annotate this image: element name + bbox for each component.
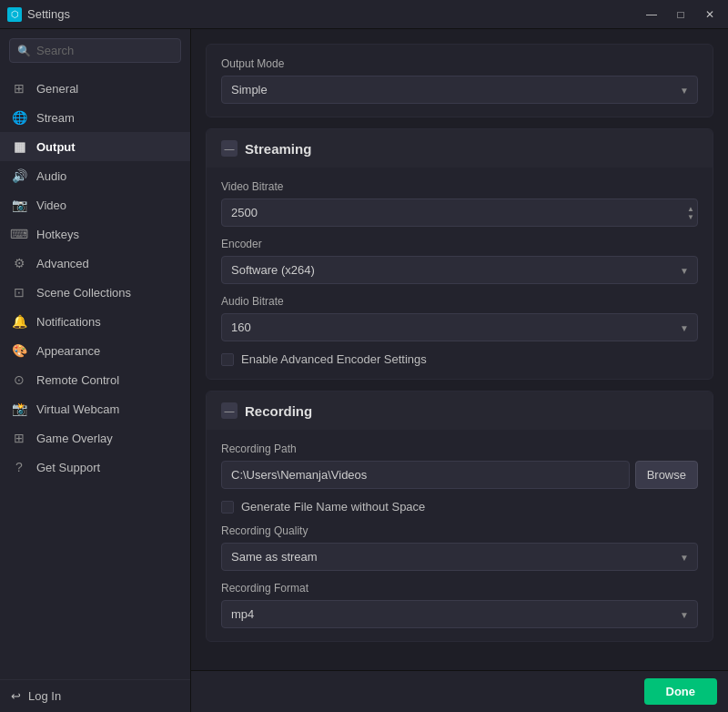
sidebar-label-notifications: Notifications (36, 315, 101, 329)
sidebar-item-stream[interactable]: 🌐 Stream (0, 103, 190, 132)
encoder-label: Encoder (221, 238, 698, 250)
sidebar-label-appearance: Appearance (36, 344, 100, 358)
recording-quality-label: Recording Quality (221, 524, 698, 537)
recording-path-row: Browse (221, 461, 698, 489)
recording-format-select[interactable]: mp4 mkv mov ts m3u8 flv (221, 600, 698, 628)
recording-format-field: Recording Format mp4 mkv mov ts m3u8 flv… (221, 582, 698, 628)
close-button[interactable]: ✕ (699, 5, 721, 24)
sidebar-label-video: Video (36, 198, 66, 212)
app-container: 🔍 ⊞ General 🌐 Stream ▦ Output 🔊 Audio (0, 29, 728, 712)
recording-quality-select[interactable]: Same as stream High Quality, Medium File… (221, 543, 698, 571)
search-container: 🔍 (0, 29, 190, 70)
video-bitrate-wrap: ▲ ▼ (221, 198, 698, 227)
sidebar-item-general[interactable]: ⊞ General (0, 74, 190, 103)
audio-bitrate-label: Audio Bitrate (221, 295, 698, 308)
video-bitrate-down-icon[interactable]: ▼ (687, 213, 694, 220)
recording-body: Recording Path Browse Generate File Name… (207, 430, 713, 641)
sidebar-item-output[interactable]: ▦ Output (0, 132, 190, 161)
stream-icon: 🌐 (11, 109, 27, 126)
maximize-button[interactable]: □ (670, 5, 692, 24)
sidebar-label-advanced: Advanced (36, 257, 89, 270)
sidebar-item-get-support[interactable]: ? Get Support (0, 453, 190, 482)
output-mode-card: Output Mode Simple Advanced ▼ (206, 44, 713, 117)
streaming-title: Streaming (245, 141, 311, 157)
login-icon: ↩ (11, 689, 21, 703)
search-wrap[interactable]: 🔍 (9, 38, 181, 63)
audio-icon: 🔊 (11, 168, 27, 184)
sidebar-label-game-overlay: Game Overlay (36, 432, 113, 445)
sidebar-item-remote-control[interactable]: ⊙ Remote Control (0, 365, 190, 394)
streaming-header[interactable]: — Streaming (207, 129, 713, 168)
game-overlay-icon: ⊞ (11, 430, 27, 446)
sidebar-item-video[interactable]: 📷 Video (0, 190, 190, 219)
sidebar-label-get-support: Get Support (36, 461, 100, 474)
sidebar-label-hotkeys: Hotkeys (36, 228, 79, 241)
video-bitrate-up-icon[interactable]: ▲ (687, 205, 694, 212)
advanced-encoder-label[interactable]: Enable Advanced Encoder Settings (241, 352, 427, 366)
audio-bitrate-select[interactable]: 96 128 160 192 256 320 (221, 313, 698, 341)
main-content: Output Mode Simple Advanced ▼ — Streamin… (191, 29, 728, 670)
sidebar-label-stream: Stream (36, 111, 75, 125)
sidebar-item-scene-collections[interactable]: ⊡ Scene Collections (0, 278, 190, 307)
done-button[interactable]: Done (644, 678, 718, 705)
sidebar-label-general: General (36, 82, 78, 96)
scene-collections-icon: ⊡ (11, 284, 27, 300)
browse-button[interactable]: Browse (635, 461, 698, 489)
sidebar-item-hotkeys[interactable]: ⌨ Hotkeys (0, 219, 190, 249)
recording-quality-select-wrap: Same as stream High Quality, Medium File… (221, 543, 698, 571)
generate-filename-label[interactable]: Generate File Name without Space (241, 500, 425, 514)
recording-path-label: Recording Path (221, 442, 698, 455)
recording-format-select-wrap: mp4 mkv mov ts m3u8 flv ▼ (221, 600, 698, 628)
sidebar-item-virtual-webcam[interactable]: 📸 Virtual Webcam (0, 394, 190, 423)
titlebar-controls: — □ ✕ (641, 5, 721, 24)
footer: Done (191, 670, 728, 712)
recording-quality-field: Recording Quality Same as stream High Qu… (221, 524, 698, 571)
advanced-encoder-checkbox[interactable] (221, 353, 234, 366)
encoder-select-wrap: Software (x264) Hardware (NVENC) Hardwar… (221, 256, 698, 284)
notifications-icon: 🔔 (11, 313, 27, 330)
nav-items: ⊞ General 🌐 Stream ▦ Output 🔊 Audio 📷 Vi… (0, 70, 190, 679)
streaming-collapse-icon: — (221, 140, 238, 157)
sidebar-item-audio[interactable]: 🔊 Audio (0, 161, 190, 190)
login-label: Log In (28, 689, 61, 703)
sidebar-label-virtual-webcam: Virtual Webcam (36, 402, 119, 416)
output-icon: ▦ (11, 138, 27, 155)
sidebar-footer: ↩ Log In (0, 679, 190, 712)
recording-header[interactable]: — Recording (207, 392, 713, 430)
video-bitrate-field: Video Bitrate ▲ ▼ (221, 180, 698, 227)
titlebar: ⬡ Settings — □ ✕ (0, 0, 728, 29)
recording-section: — Recording Recording Path Browse (206, 391, 713, 642)
streaming-body: Video Bitrate ▲ ▼ Encoder (207, 168, 713, 379)
sidebar-item-notifications[interactable]: 🔔 Notifications (0, 307, 190, 336)
login-item[interactable]: ↩ Log In (11, 689, 179, 703)
app-icon: ⬡ (7, 7, 22, 22)
sidebar-item-appearance[interactable]: 🎨 Appearance (0, 336, 190, 365)
generate-filename-row: Generate File Name without Space (221, 500, 698, 514)
recording-path-field: Recording Path Browse (221, 442, 698, 489)
advanced-encoder-row: Enable Advanced Encoder Settings (221, 352, 698, 366)
get-support-icon: ? (11, 459, 27, 475)
recording-title: Recording (245, 403, 312, 419)
right-panel: Output Mode Simple Advanced ▼ — Streamin… (191, 29, 728, 712)
sidebar-label-remote-control: Remote Control (36, 373, 119, 387)
streaming-section: — Streaming Video Bitrate ▲ ▼ (206, 128, 713, 380)
video-bitrate-arrows: ▲ ▼ (687, 205, 694, 220)
sidebar-label-output: Output (36, 140, 76, 154)
minimize-button[interactable]: — (641, 5, 662, 24)
encoder-select[interactable]: Software (x264) Hardware (NVENC) Hardwar… (221, 256, 698, 284)
audio-bitrate-field: Audio Bitrate 96 128 160 192 256 320 ▼ (221, 295, 698, 341)
video-bitrate-input[interactable] (221, 198, 698, 227)
encoder-field: Encoder Software (x264) Hardware (NVENC)… (221, 238, 698, 284)
output-mode-select[interactable]: Simple Advanced (221, 76, 698, 104)
audio-bitrate-select-wrap: 96 128 160 192 256 320 ▼ (221, 313, 698, 341)
search-input[interactable] (36, 44, 173, 57)
recording-path-input[interactable] (221, 461, 630, 489)
titlebar-left: ⬡ Settings (7, 7, 70, 22)
output-mode-label: Output Mode (221, 57, 698, 70)
remote-control-icon: ⊙ (11, 371, 27, 388)
generate-filename-checkbox[interactable] (221, 501, 234, 514)
sidebar-item-advanced[interactable]: ⚙ Advanced (0, 249, 190, 278)
recording-format-label: Recording Format (221, 582, 698, 595)
general-icon: ⊞ (11, 80, 27, 97)
sidebar-item-game-overlay[interactable]: ⊞ Game Overlay (0, 423, 190, 453)
